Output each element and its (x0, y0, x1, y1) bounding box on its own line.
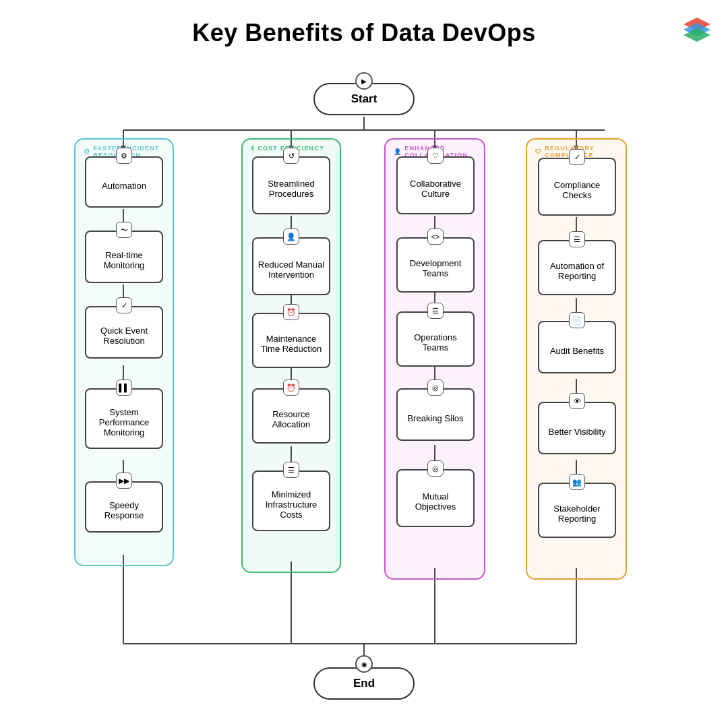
node-automation-reporting: ☰ Automation ofReporting (538, 240, 616, 295)
node-reduced-manual: 👤 Reduced ManualIntervention (252, 237, 330, 295)
node-audit-benefits: 📄 Audit Benefits (538, 321, 616, 373)
start-label: Start (351, 92, 377, 106)
node-development-teams: <> DevelopmentTeams (396, 237, 475, 293)
node-stakeholder-reporting: 👥 StakeholderReporting (538, 483, 616, 538)
node-minimized-infra: ☰ MinimizedInfrastructureCosts (252, 471, 330, 531)
node-collaborative-culture: ♡ CollaborativeCulture (396, 156, 475, 214)
node-mutual-objectives: ◎ MutualObjectives (396, 469, 475, 527)
node-realtime-monitoring: 〜 Real-timeMonitoring (85, 231, 163, 283)
node-maintenance: ⏰ MaintenanceTime Reduction (252, 313, 330, 368)
node-better-visibility: 👁 Better Visibility (538, 402, 616, 454)
page-title: Key Benefits of Data DevOps (0, 0, 728, 47)
node-speedy-response: ▶▶ SpeedyResponse (85, 481, 163, 533)
logo-icon (681, 12, 713, 44)
node-system-performance: ▌▌ SystemPerformanceMonitoring (85, 388, 163, 449)
node-resource-allocation: ⏰ ResourceAllocation (252, 388, 330, 444)
node-compliance-checks: ✓ ComplianceChecks (538, 158, 616, 216)
play-icon: ▶ (355, 72, 373, 90)
node-streamlined: ↺ StreamlinedProcedures (252, 156, 330, 214)
node-quick-event: ✓ Quick EventResolution (85, 306, 163, 359)
end-node-icon: ◉ (355, 655, 373, 673)
end-label: End (353, 677, 375, 690)
node-automation: ⚙ Automation (85, 156, 163, 208)
node-breaking-silos: ◎ Breaking Silos (396, 388, 475, 441)
node-operations-teams: ☰ OperationsTeams (396, 311, 475, 367)
